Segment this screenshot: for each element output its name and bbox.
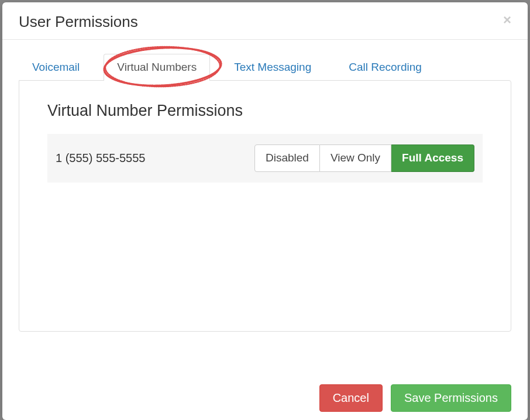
save-button[interactable]: Save Permissions bbox=[391, 384, 511, 412]
permissions-modal: User Permissions × Voicemail Virtual Num… bbox=[2, 2, 528, 420]
modal-body: Voicemail Virtual Numbers Text Messaging… bbox=[2, 40, 528, 371]
permission-row: 1 (555) 555-5555 Disabled View Only Full… bbox=[47, 134, 483, 183]
tab-panel-virtual-numbers: Virtual Number Permissions 1 (555) 555-5… bbox=[19, 80, 511, 332]
tabs: Voicemail Virtual Numbers Text Messaging… bbox=[19, 40, 511, 80]
close-icon[interactable]: × bbox=[503, 13, 511, 27]
cancel-button[interactable]: Cancel bbox=[319, 384, 383, 412]
permission-toggle-group: Disabled View Only Full Access bbox=[254, 144, 474, 172]
modal-footer: Cancel Save Permissions bbox=[2, 371, 528, 420]
tab-text-messaging[interactable]: Text Messaging bbox=[221, 54, 325, 80]
option-disabled[interactable]: Disabled bbox=[254, 144, 320, 172]
tab-call-recording[interactable]: Call Recording bbox=[335, 54, 435, 80]
option-full-access[interactable]: Full Access bbox=[391, 144, 474, 172]
modal-title: User Permissions bbox=[19, 13, 138, 31]
modal-header: User Permissions × bbox=[2, 2, 528, 40]
phone-number: 1 (555) 555-5555 bbox=[56, 152, 145, 165]
section-title: Virtual Number Permissions bbox=[47, 102, 483, 120]
tab-voicemail[interactable]: Voicemail bbox=[19, 54, 93, 80]
tab-virtual-numbers[interactable]: Virtual Numbers bbox=[104, 54, 210, 81]
option-view-only[interactable]: View Only bbox=[320, 144, 391, 172]
